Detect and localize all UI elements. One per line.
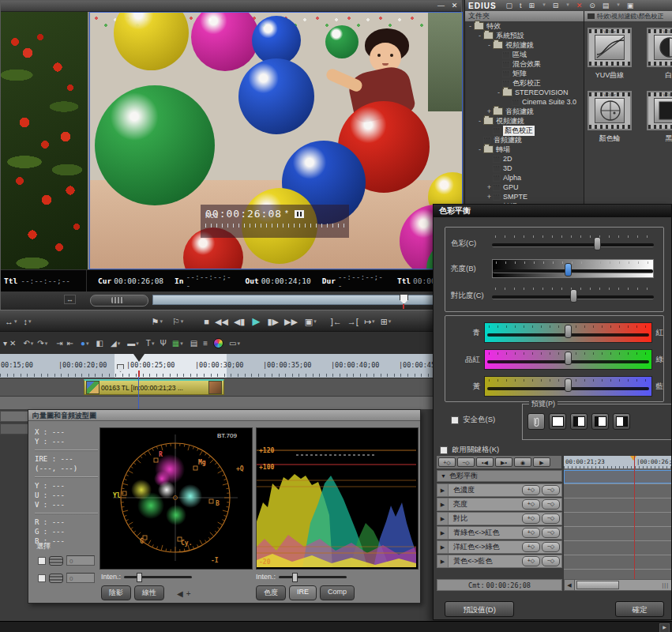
contrast-slider[interactable] xyxy=(492,286,654,305)
remove-keyframe-icon[interactable]: −◇ xyxy=(542,528,560,538)
tree-item-區域[interactable]: 區域 xyxy=(465,50,584,59)
tree-item-音頻濾鏡[interactable]: +音頻濾鏡 xyxy=(465,107,584,116)
chroma-slider-thumb[interactable] xyxy=(594,237,601,250)
waveform-button-色度[interactable]: 色度 xyxy=(256,585,286,600)
collapse-icon[interactable]: - xyxy=(476,145,483,153)
source-monitor-video[interactable] xyxy=(1,12,88,269)
set-out-flag-icon[interactable]: ⚐ xyxy=(172,314,180,329)
dropdown-icon[interactable]: ▾ xyxy=(237,340,240,347)
bin-icon[interactable]: ⊞ xyxy=(529,2,535,9)
expand-icon[interactable]: ▶ xyxy=(437,484,449,496)
close-red-icon[interactable]: ✕ xyxy=(576,2,583,9)
luminance-slider[interactable] xyxy=(492,259,654,278)
dropdown-icon[interactable]: ▾ xyxy=(389,318,392,325)
trim-out-icon[interactable]: →[ xyxy=(347,314,359,329)
color-slider-thumb[interactable] xyxy=(565,325,572,338)
player-layout-icon[interactable]: ⊞ xyxy=(381,314,388,329)
minimize-icon[interactable]: — xyxy=(434,1,448,10)
tree-item-Alpha[interactable]: Alpha xyxy=(465,173,584,182)
video-track[interactable]: 00163 TL [In:00:00:21;23 ... xyxy=(0,378,462,396)
dropdown-icon[interactable]: ▾ xyxy=(86,340,89,347)
playhead-icon[interactable] xyxy=(133,354,145,362)
color-slider-品紅[interactable] xyxy=(484,349,652,370)
dropdown-icon[interactable]: ▾ xyxy=(372,318,375,325)
undo-icon[interactable]: ↶ xyxy=(23,339,29,348)
dropdown-icon[interactable]: ▾ xyxy=(313,318,317,325)
jog-icon[interactable]: ↔ xyxy=(5,314,13,329)
kf-param-row-色濃度[interactable]: ▶色濃度+◇−◇ xyxy=(437,483,562,497)
tree-item-STEREOVISION[interactable]: -STEREOVISION xyxy=(465,88,584,97)
add-keyframe-icon[interactable]: +◇ xyxy=(522,514,540,524)
dropdown-icon[interactable]: ▾ xyxy=(136,340,139,347)
add-keyframe-icon[interactable]: +◇ xyxy=(522,499,540,510)
kf-param-row-洋紅色<->綠色[interactable]: ▶洋紅色<->綠色+◇−◇ xyxy=(437,540,562,554)
tree-item-色彩校正[interactable]: 色彩校正 xyxy=(465,78,584,88)
select-checkbox[interactable] xyxy=(38,557,46,565)
dropdown-icon[interactable]: ▾ xyxy=(181,318,184,325)
export-icon[interactable]: ▦ xyxy=(172,339,179,348)
shuttle-slider[interactable] xyxy=(90,295,148,307)
prev-frame-icon[interactable]: ◀▮ xyxy=(234,314,246,329)
set-in-flag-icon[interactable]: ⚑ xyxy=(152,314,160,329)
scroll-left-icon[interactable]: ◀ xyxy=(565,580,575,590)
kf-scrollbar[interactable]: ◀ ||| xyxy=(564,579,672,591)
tree-item-音頻濾鏡[interactable]: 音頻濾鏡 xyxy=(465,135,584,145)
preview-split-left-icon[interactable] xyxy=(570,413,588,430)
tree-item-GPU[interactable]: +GPU xyxy=(465,182,584,192)
compare-clip-icon[interactable] xyxy=(527,413,545,430)
next-frame-icon[interactable]: ▮▶ xyxy=(267,314,279,329)
preview-split-right-icon[interactable] xyxy=(613,413,630,430)
add-keyframe-icon[interactable]: +◇ xyxy=(438,457,456,467)
tree-item-2D[interactable]: 2D xyxy=(465,154,584,164)
default-button[interactable]: 預設值(D) xyxy=(445,601,514,617)
kf-param-row-對比[interactable]: ▶對比+◇−◇ xyxy=(437,512,562,525)
close-icon[interactable]: ✕ xyxy=(448,1,461,10)
kf-param-row-青綠色<->紅色[interactable]: ▶青綠色<->紅色+◇−◇ xyxy=(437,526,562,540)
prev-keyframe-icon[interactable]: •◀ xyxy=(476,457,494,467)
remove-keyframe-icon[interactable]: −◇ xyxy=(542,556,560,566)
enable-keyframe-checkbox[interactable] xyxy=(440,446,448,454)
preview-split-small-icon[interactable] xyxy=(591,413,609,430)
play-filter-icon[interactable]: ▶ xyxy=(533,457,550,467)
sequence-settings-icon[interactable]: ▤ xyxy=(190,339,197,348)
voiceover-mic-icon[interactable]: Ψ xyxy=(160,339,166,348)
expand-icon[interactable]: ▶ xyxy=(437,527,449,539)
dropdown-icon[interactable]: ▾ xyxy=(542,2,546,9)
collapse-icon[interactable]: ▼ xyxy=(441,473,446,479)
collapse-icon[interactable]: - xyxy=(486,41,493,49)
dropdown-icon[interactable]: ▾ xyxy=(118,340,121,347)
next-keyframe-icon[interactable]: ▶• xyxy=(495,457,512,467)
contrast-slider-thumb[interactable] xyxy=(570,289,577,303)
record-monitor-video[interactable]: Rcd 00:00:26:08 * xyxy=(89,12,463,269)
expand-icon[interactable]: ▶ xyxy=(437,513,449,525)
seek-bar[interactable] xyxy=(152,295,459,305)
dropdown-icon[interactable]: ▾ xyxy=(160,318,163,325)
vectorscope-button-陰影[interactable]: 陰影 xyxy=(101,585,131,600)
dropdown-icon[interactable]: ▾ xyxy=(180,340,183,347)
dropdown-icon[interactable]: ▾ xyxy=(152,340,155,347)
remove-keyframe-icon[interactable]: −◇ xyxy=(542,514,560,524)
audio-track[interactable] xyxy=(0,396,462,409)
insert-mode-icon[interactable]: ⇥ xyxy=(56,339,62,348)
rewind-icon[interactable]: ◀◀ xyxy=(215,314,228,329)
scroll-right-icon[interactable]: ▶ xyxy=(659,623,670,632)
keyframe-group-header[interactable]: ▼ 色彩平衡 xyxy=(437,470,562,482)
keyframe-ruler[interactable]: 00:00:21;23 |00:00:26;2 xyxy=(564,456,672,468)
jog-mode-icon[interactable]: ↔ xyxy=(64,295,76,304)
toolbar-dropdown-icon[interactable]: ▾ xyxy=(3,339,7,348)
marker-tool-icon[interactable]: ⊟ xyxy=(553,2,559,9)
title-icon[interactable]: t xyxy=(520,2,522,9)
palette-titlebar[interactable]: EDIUS ▢t⊞▾⊟▾✕⊙▤▾▣ xyxy=(465,0,672,11)
layout-icon[interactable]: ▭ xyxy=(229,339,236,348)
waveform-button-Comp[interactable]: Comp xyxy=(320,585,355,600)
tree-item-視頻濾鏡[interactable]: -視頻濾鏡 xyxy=(465,40,584,50)
filter-thumbnail-白[interactable]: V.Filter xyxy=(647,28,672,67)
expand-icon[interactable]: ▶ xyxy=(437,555,449,567)
nav-prev-icon[interactable]: ◀ xyxy=(177,589,186,598)
waveform-button-IRE[interactable]: IRE xyxy=(289,585,317,600)
tree-item-Cinema Suite 3.0[interactable]: Cinema Suite 3.0 xyxy=(465,97,584,107)
dropdown-icon[interactable]: ▾ xyxy=(617,2,620,9)
tree-item-轉場[interactable]: -轉場 xyxy=(465,145,584,154)
title-tool-icon[interactable]: T xyxy=(146,339,151,348)
tree-item-SMPTE[interactable]: +SMPTE xyxy=(465,192,584,201)
